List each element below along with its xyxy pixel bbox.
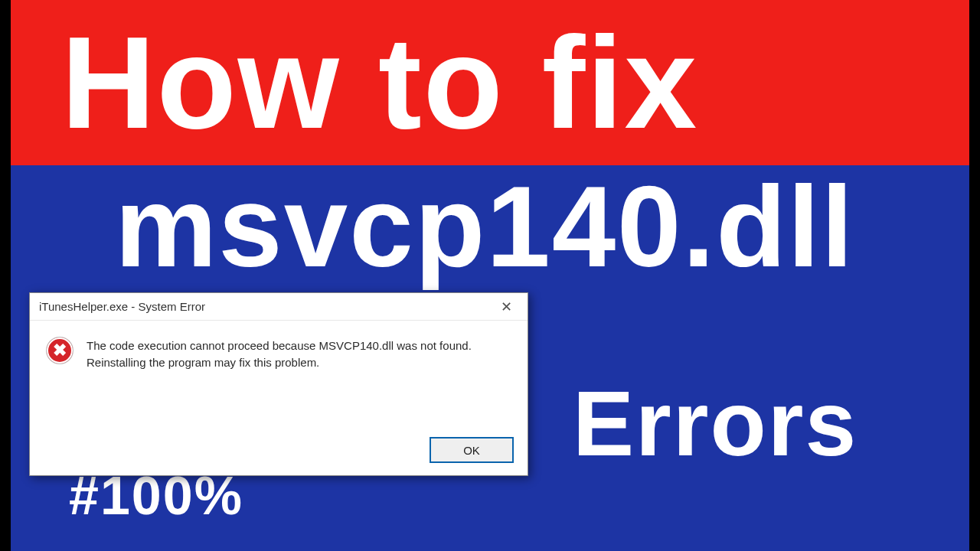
dialog-body: ✖ The code execution cannot proceed beca… <box>30 321 528 380</box>
dialog-footer: OK <box>430 437 514 463</box>
close-icon: ✕ <box>501 298 512 315</box>
error-icon-glyph: ✖ <box>53 342 67 359</box>
headline-line2: msvcp140.dll <box>115 161 854 293</box>
dialog-message: The code execution cannot proceed becaus… <box>87 337 500 371</box>
letterbox-right <box>969 0 980 551</box>
error-icon: ✖ <box>47 337 74 371</box>
system-error-dialog: iTunesHelper.exe - System Error ✕ ✖ The … <box>29 292 528 476</box>
headline-line1: How to fix <box>61 8 698 158</box>
dialog-title: iTunesHelper.exe - System Error <box>39 300 205 313</box>
thumbnail-stage: How to fix msvcp140.dll Errors #100% iTu… <box>0 0 980 551</box>
headline-line3: Errors <box>573 370 858 476</box>
error-icon-circle: ✖ <box>47 337 73 364</box>
dialog-titlebar[interactable]: iTunesHelper.exe - System Error ✕ <box>30 293 528 321</box>
letterbox-left <box>0 0 11 551</box>
ok-button[interactable]: OK <box>430 437 514 463</box>
close-button[interactable]: ✕ <box>489 296 523 318</box>
